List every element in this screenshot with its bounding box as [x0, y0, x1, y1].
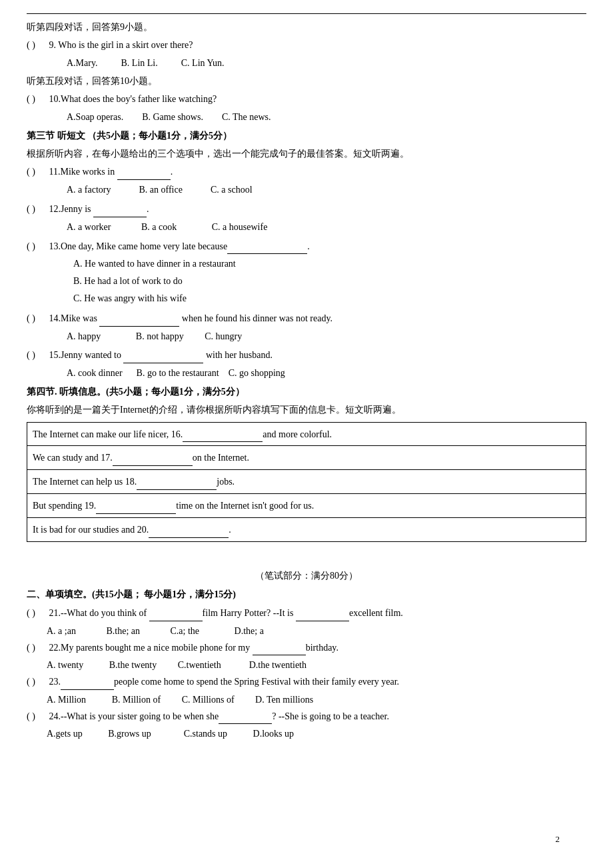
q13-optB: B. He had a lot of work to do [73, 273, 586, 289]
top-divider [27, 13, 586, 14]
q21-blank2 [296, 605, 349, 621]
q23-blank [61, 673, 114, 690]
q12-text: 12.Jenny is . [49, 204, 149, 214]
q12-blank [93, 201, 147, 217]
question-13: ( ) 13.One day, Mike came home very late… [27, 238, 586, 255]
q24-optB: B.grows up [108, 729, 151, 739]
section3-desc: 根据所听内容，在每小题给出的三个选项中，选出一个能完成句子的最佳答案。短文听两遍… [27, 146, 586, 162]
section4-fill-title-text: 第四节. 听填信息。(共5小题；每小题1分，满分5分） [27, 387, 245, 397]
fill-row-17: We can study and 17. on the Internet. [27, 446, 586, 470]
q10-paren: ( ) [27, 91, 47, 107]
q15-blank [123, 347, 203, 363]
q15-optB: B. go to the restaurant [137, 368, 219, 378]
q15-options: A. cook dinner B. go to the restaurant C… [27, 365, 586, 381]
q21-optD: D.the; a [235, 626, 264, 636]
q14-optC: C. hungry [205, 331, 242, 341]
q12-optA: A. a worker [67, 222, 111, 232]
q13-options: A. He wanted to have dinner in a restaur… [27, 256, 586, 306]
q11-options: A. a factory B. an office C. a school [27, 182, 586, 198]
question-21: ( ) 21.--What do you think of film Harry… [27, 605, 586, 621]
question-10: ( ) 10.What does the boy's father like w… [27, 91, 586, 107]
q21-optA: A. a ;an [47, 626, 76, 636]
section3-title-text: 第三节 听短文 （共5小题；每小题1分，满分5分） [27, 131, 232, 141]
q13-blank [227, 238, 307, 255]
section4-fill-desc-text: 你将听到的是一篇关于Internet的介绍，请你根据所听内容填写下面的信息卡。短… [27, 405, 401, 415]
q23-optC: C. Millions of [182, 695, 235, 705]
q22-options: A. twenty B.the twenty C.twentieth D.the… [27, 657, 586, 673]
q11-text: 11.Mike works in . [49, 167, 173, 177]
q23-optA: A. Million [47, 695, 86, 705]
q24-paren: ( ) [27, 709, 47, 725]
q13-optA: A. He wanted to have dinner in a restaur… [73, 256, 586, 272]
q24-blank [219, 708, 272, 725]
q24-optA: A.gets up [47, 729, 83, 739]
q12-optC: C. a housewife [212, 222, 268, 232]
q9-optA: A.Mary. [67, 58, 98, 68]
q10-options: A.Soap operas. B. Game shows. C. The new… [27, 109, 586, 125]
q11-paren: ( ) [27, 164, 47, 180]
q14-optB: B. not happy [136, 331, 184, 341]
fill-row-16: The Internet can make our life nicer, 16… [27, 423, 586, 447]
fill-row-18-text: The Internet can help us 18. jobs. [33, 473, 235, 490]
q15-optC: C. go shopping [229, 368, 285, 378]
q12-optB: B. a cook [141, 222, 177, 232]
q13-optC: C. He was angry with his wife [73, 291, 586, 307]
fill-row-20: It is bad for our studies and 20. . [27, 518, 586, 541]
q23-optD: D. Ten millions [255, 695, 313, 705]
fill-row-19: But spending 19. time on the Internet is… [27, 494, 586, 518]
q9-optB: B. Lin Li. [121, 58, 158, 68]
question-23: ( ) 23. people come home to spend the Sp… [27, 673, 586, 690]
q11-optC: C. a school [211, 185, 253, 195]
q22-blank [253, 639, 306, 656]
q21-blank1 [149, 605, 203, 621]
q22-optA: A. twenty [47, 660, 83, 670]
section4-fill-desc: 你将听到的是一篇关于Internet的介绍，请你根据所听内容填写下面的信息卡。短… [27, 402, 586, 418]
question-24: ( ) 24.--What is your sister going to be… [27, 708, 586, 725]
section4-fill-title: 第四节. 听填信息。(共5小题；每小题1分，满分5分） [27, 384, 586, 400]
section5-dialog-intro: 听第五段对话，回答第10小题。 [27, 73, 586, 89]
section3-title: 第三节 听短文 （共5小题；每小题1分，满分5分） [27, 128, 586, 144]
q15-text: 15.Jenny wanted to with her husband. [49, 350, 273, 360]
q21-options: A. a ;an B.the; an C.a; the D.the; a [27, 623, 586, 639]
written-section2-title-text: 二、单项填空。(共15小题； 每小题1分，满分15分) [27, 589, 236, 599]
q24-text: 24.--What is your sister going to be whe… [49, 711, 389, 721]
q14-options: A. happy B. not happy C. hungry [27, 329, 586, 345]
q12-paren: ( ) [27, 201, 47, 217]
q21-text: 21.--What do you think of film Harry Pot… [49, 608, 403, 618]
q15-optA: A. cook dinner [67, 368, 123, 378]
q10-optA: A.Soap operas. [67, 112, 123, 122]
question-11: ( ) 11.Mike works in . [27, 163, 586, 180]
q22-optD: D.the twentieth [249, 660, 306, 670]
question-14: ( ) 14.Mike was when he found his dinner… [27, 310, 586, 327]
q9-optC: C. Lin Yun. [181, 58, 225, 68]
section4-dialog-label: 听第四段对话，回答第9小题。 [27, 22, 153, 32]
q22-optB: B.the twenty [109, 660, 157, 670]
q9-paren: ( ) [27, 37, 47, 53]
blank-18 [137, 473, 217, 490]
q14-paren: ( ) [27, 311, 47, 327]
question-12: ( ) 12.Jenny is . [27, 201, 586, 217]
question-9: ( ) 9. Who is the girl in a skirt over t… [27, 37, 586, 53]
q10-optC: C. The news. [222, 112, 271, 122]
q10-optB: B. Game shows. [142, 112, 203, 122]
q24-options: A.gets up B.grows up C.stands up D.looks… [27, 726, 586, 742]
q9-options: A.Mary. B. Lin Li. C. Lin Yun. [27, 55, 586, 71]
fill-row-20-text: It is bad for our studies and 20. . [33, 521, 231, 538]
q22-optC: C.twentieth [178, 660, 221, 670]
section4-dialog-intro: 听第四段对话，回答第9小题。 [27, 19, 586, 35]
question-22: ( ) 22.My parents bought me a nice mobil… [27, 639, 586, 656]
q9-text: 9. Who is the girl in a skirt over there… [49, 40, 193, 50]
section3-desc-text: 根据所听内容，在每小题给出的三个选项中，选出一个能完成句子的最佳答案。短文听两遍… [27, 149, 409, 159]
written-header-text: （笔试部分：满分80分） [255, 571, 358, 581]
q23-paren: ( ) [27, 674, 47, 690]
fill-row-18: The Internet can help us 18. jobs. [27, 470, 586, 494]
written-section2-title: 二、单项填空。(共15小题； 每小题1分，满分15分) [27, 587, 586, 603]
q13-text: 13.One day, Mike came home very late bec… [49, 241, 310, 251]
q21-optB: B.the; an [106, 626, 140, 636]
q23-optB: B. Million of [112, 695, 161, 705]
section5-dialog-label: 听第五段对话，回答第10小题。 [27, 76, 157, 86]
q14-text: 14.Mike was when he found his dinner was… [49, 313, 332, 323]
q10-text: 10.What does the boy's father like watch… [49, 94, 217, 104]
q13-paren: ( ) [27, 239, 47, 255]
blank-17 [113, 449, 193, 466]
